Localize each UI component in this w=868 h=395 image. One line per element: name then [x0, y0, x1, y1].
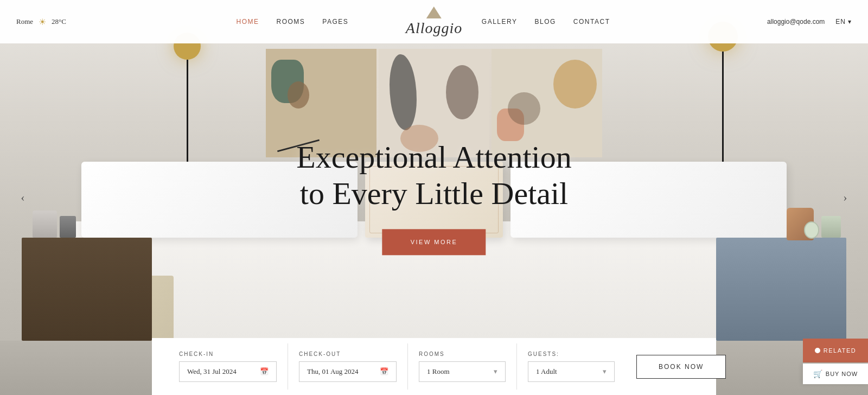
checkout-label: CHECK-OUT: [299, 351, 397, 357]
main-nav: HOME ROOMS PAGES: [237, 18, 349, 26]
checkout-value: Thu, 01 Aug 2024: [307, 367, 359, 376]
checkin-input[interactable]: Wed, 31 Jul 2024 📅: [179, 361, 277, 382]
carousel-prev-button[interactable]: ‹: [11, 186, 35, 209]
related-label: RELATED: [824, 347, 856, 354]
view-more-button[interactable]: VIEW MORE: [382, 230, 486, 256]
logo-triangle: [426, 7, 442, 18]
checkout-field: CHECK-OUT Thu, 01 Aug 2024 📅: [288, 343, 408, 390]
nav-gallery[interactable]: GALLERY: [482, 18, 518, 26]
book-now-button[interactable]: BOOK NOW: [636, 355, 726, 379]
rooms-field: ROOMS 1 Room ▾: [408, 343, 517, 390]
language-selector[interactable]: EN ▾: [835, 18, 852, 26]
booking-bar: CHECK-IN Wed, 31 Jul 2024 📅 CHECK-OUT Th…: [152, 338, 716, 395]
hero-section: Exceptional Attention to Every Little De…: [0, 0, 868, 395]
language-text: EN: [835, 18, 846, 26]
chevron-down-icon-guests: ▾: [603, 367, 607, 376]
checkout-input[interactable]: Thu, 01 Aug 2024 📅: [299, 361, 397, 382]
header-email: alloggio@qode.com: [767, 18, 825, 26]
nightstand-right: [716, 238, 846, 341]
hero-title: Exceptional Attention to Every Little De…: [296, 139, 571, 212]
logo-text: Alloggio: [406, 20, 462, 37]
cart-icon: 🛒: [813, 369, 822, 379]
location-text: Rome: [16, 17, 33, 26]
nav-rooms[interactable]: ROOMS: [277, 18, 305, 26]
guests-value: 1 Adult: [536, 367, 557, 376]
guests-field: GUESTS: 1 Adult ▾: [517, 343, 626, 390]
related-dot-icon: [815, 348, 820, 353]
rooms-value: 1 Room: [427, 367, 450, 376]
carousel-next-button[interactable]: ›: [833, 186, 857, 209]
chevron-down-icon-rooms: ▾: [494, 367, 497, 376]
checkin-value: Wed, 31 Jul 2024: [187, 367, 237, 376]
main-nav-right: GALLERY BLOG CONTACT: [482, 18, 610, 26]
checkin-field: CHECK-IN Wed, 31 Jul 2024 📅: [168, 343, 288, 390]
nav-blog[interactable]: BLOG: [535, 18, 556, 26]
checkin-label: CHECK-IN: [179, 351, 277, 357]
buy-now-widget[interactable]: 🛒 BUY NOW: [803, 364, 868, 384]
calendar-icon-checkin: 📅: [260, 367, 269, 376]
nav-contact[interactable]: CONTACT: [573, 18, 610, 26]
sun-icon: ☀: [39, 17, 46, 27]
nav-home[interactable]: HOME: [237, 18, 259, 26]
guests-label: GUESTS:: [528, 351, 615, 357]
guests-select[interactable]: 1 Adult ▾: [528, 361, 615, 382]
temperature-text: 28°C: [52, 17, 66, 26]
logo[interactable]: Alloggio: [406, 7, 462, 37]
calendar-icon-checkout: 📅: [380, 367, 388, 376]
chevron-down-icon: ▾: [848, 18, 852, 26]
nav-pages[interactable]: PAGES: [322, 18, 348, 26]
nightstand-left: [22, 238, 152, 341]
header-right: alloggio@qode.com EN ▾: [743, 18, 852, 26]
rooms-select[interactable]: 1 Room ▾: [419, 361, 506, 382]
related-widget[interactable]: RELATED: [803, 339, 868, 362]
location-weather: Rome ☀ 28°C: [16, 17, 103, 27]
buy-now-label: BUY NOW: [826, 371, 858, 377]
hero-content: Exceptional Attention to Every Little De…: [296, 139, 571, 255]
rooms-label: ROOMS: [419, 351, 506, 357]
header: Rome ☀ 28°C HOME ROOMS PAGES Alloggio GA…: [0, 0, 868, 43]
